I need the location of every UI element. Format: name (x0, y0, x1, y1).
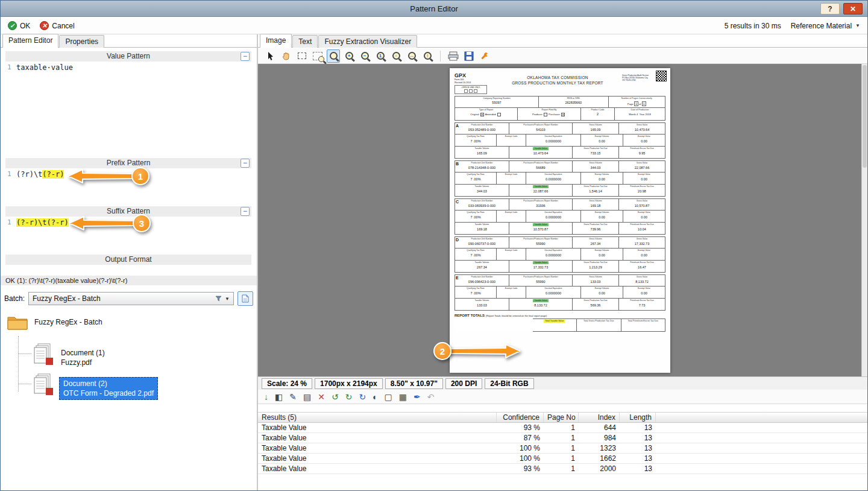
zoom-fit-width-button[interactable]: ↔ (405, 49, 418, 63)
result-length: 13 (620, 444, 656, 452)
column-index[interactable]: Index (579, 413, 620, 422)
zoom-fit-height-button[interactable]: ↕ (421, 49, 434, 63)
load-page-icon[interactable]: ↓ (264, 393, 268, 401)
result-row[interactable]: Taxable Value 87 % 1 984 13 (258, 433, 867, 443)
form-cell: Qualifying Tax Rate7 .00% (454, 249, 497, 261)
form-title-2: GROSS PRODUCTION MONTHLY TAX REPORT (493, 81, 622, 85)
tree-root-item[interactable]: Fuzzy RegEx - Batch (7, 313, 102, 331)
pattern-editor-window: Pattern Editor ? ✕ ✓ OK ✕ Cancel 5 resul… (0, 0, 868, 491)
result-length: 13 (620, 434, 656, 442)
form-cell: Exempt Volume0.00 (581, 135, 623, 147)
viewer-scrollbar[interactable] (861, 64, 867, 376)
view-document-button[interactable] (237, 291, 253, 306)
image-edit-toolbar: ↓ ◧ ✎ ▤ ✕ ↺ ↻ ↻ ◐ ▢ ▦ ✒ ↶ (258, 390, 867, 404)
result-row[interactable]: Taxable Value 93 % 1 644 13 (258, 423, 867, 433)
dropdown-caret-icon: ▼ (225, 296, 230, 302)
section-letter: C (456, 200, 459, 204)
tab-text[interactable]: Text (292, 35, 318, 48)
delete-icon[interactable]: ✕ (318, 393, 325, 401)
zoom-out-button[interactable]: − (358, 49, 371, 63)
undo-icon[interactable]: ↶ (427, 393, 435, 401)
value-pattern-editor[interactable]: 1 taxable·value (5, 62, 251, 158)
annotate-icon[interactable]: ✒ (414, 393, 421, 401)
result-confidence: 100 % (497, 454, 544, 463)
form-cell: Type of Report Original✕Amended (454, 107, 518, 121)
edit-color-icon[interactable]: ✎ (289, 393, 297, 401)
pages-icon[interactable]: ▦ (399, 393, 407, 401)
cancel-button[interactable]: ✕ Cancel (40, 21, 74, 30)
levels-icon[interactable]: ▤ (303, 393, 311, 401)
filter-icon (215, 296, 222, 302)
result-length: 13 (620, 423, 656, 432)
settings-button[interactable] (478, 49, 491, 63)
column-length[interactable]: Length (620, 413, 656, 422)
result-page: 1 (544, 454, 579, 463)
crop-icon[interactable]: ▢ (385, 393, 392, 401)
status-inches: 8.50" x 10.97" (385, 378, 443, 389)
ok-button[interactable]: ✓ OK (8, 21, 30, 30)
results-title[interactable]: Results (5) (258, 413, 497, 422)
batch-row: Batch: Fuzzy RegEx - Batch ▼ (1, 290, 257, 307)
column-confidence[interactable]: Confidence (497, 413, 544, 422)
result-row[interactable]: Taxable Value 100 % 1 1323 13 (258, 443, 867, 454)
result-page: 1 (544, 464, 579, 473)
toolbar-separator (440, 51, 441, 62)
pan-tool-button[interactable] (280, 49, 293, 63)
zoom-in-button[interactable]: + (342, 49, 356, 63)
collapse-prefix-pattern-button[interactable]: − (241, 159, 250, 168)
tab-fuzzy-extraction-visualizer[interactable]: Fuzzy Extraction Visualizer (318, 35, 417, 48)
form-cell: Decimal Equivalent0.0000000 (526, 211, 581, 223)
zoom-fit-button[interactable]: ▫ (389, 49, 403, 63)
batch-select[interactable]: Fuzzy RegEx - Batch ▼ (28, 292, 234, 305)
prefix-pattern-editor[interactable]: 1 (?r)\t(?-r) (5, 168, 251, 206)
result-index: 644 (579, 423, 620, 432)
invert-icon[interactable]: ◐ (373, 393, 377, 401)
select-region-tool-button[interactable] (295, 49, 309, 63)
tree-item-document-2[interactable]: Document (2) OTC Form - Degraded 2.pdf (59, 377, 158, 400)
form-cell: Gross Volume169.18 (573, 198, 619, 211)
pointer-tool-button[interactable] (264, 49, 277, 63)
zoom-actual-size-button[interactable]: 1 (374, 49, 387, 63)
tab-pattern-editor[interactable]: Pattern Editor (2, 34, 58, 48)
output-format-editor[interactable] (5, 265, 251, 274)
collapse-value-pattern-button[interactable]: − (241, 52, 250, 61)
result-index: 984 (579, 434, 620, 442)
tree-item-document-1[interactable]: Document (1) Fuzzy.pdf (61, 348, 105, 367)
form-cell-taxable-value: Taxable Value10,570.87 (509, 223, 573, 235)
tab-image[interactable]: Image (260, 34, 292, 48)
report-totals-row: Total Taxable Value Total Gross Producti… (454, 318, 665, 332)
result-text: Taxable Value (258, 464, 497, 473)
close-button[interactable]: ✕ (843, 3, 863, 14)
form-cell: Gross Volume344.03 (573, 160, 619, 173)
pdf-stack-icon (32, 373, 55, 398)
result-confidence: 93 % (497, 423, 544, 432)
form-cell: Exempt Volume0.00 (581, 287, 623, 299)
zoom-fit-height-ic: ↕ (424, 52, 432, 60)
zoom-region-tool-button[interactable] (311, 49, 324, 63)
tab-properties[interactable]: Properties (59, 35, 104, 48)
adjust-image-icon[interactable]: ◧ (275, 393, 283, 401)
result-row[interactable]: Taxable Value 93 % 1 2000 13 (258, 464, 867, 474)
help-button[interactable]: ? (820, 3, 840, 14)
form-cell: Gross Production Tax Due739.96 (573, 223, 619, 235)
image-viewer[interactable]: GPX Form 300 Revised 10-2014 -OFFICE USE… (258, 64, 867, 376)
viewer-scrollbar-thumb[interactable] (863, 65, 867, 168)
tree-item-title: Document (2) (63, 379, 154, 388)
suffix-pattern-editor[interactable]: 1 (?-r)\t(?-r) (5, 217, 251, 255)
save-button[interactable] (462, 49, 476, 63)
form-cell: Exempt Value0.00 (623, 249, 665, 261)
collapse-suffix-pattern-button[interactable]: − (241, 207, 250, 216)
print-button[interactable] (447, 49, 460, 63)
reference-material-button[interactable]: Reference Material ▼ (791, 22, 860, 30)
form-cell: Product Code 2 (581, 107, 615, 121)
form-section: A Production Unit Number053-352489-0-000… (454, 122, 665, 159)
rotate-right-icon[interactable]: ↻ (345, 393, 353, 401)
rotate-left-icon[interactable]: ↺ (332, 393, 339, 401)
form-cell: Exempt Code (497, 135, 526, 147)
zoom-tool-button[interactable] (327, 49, 340, 63)
left-tabstrip: Pattern Editor Properties (1, 34, 257, 48)
refresh-icon[interactable]: ↻ (359, 393, 366, 401)
column-page-no[interactable]: Page No (544, 413, 579, 422)
zoom-region-icon (313, 52, 322, 60)
result-row[interactable]: Taxable Value 100 % 1 1662 13 (258, 454, 867, 464)
